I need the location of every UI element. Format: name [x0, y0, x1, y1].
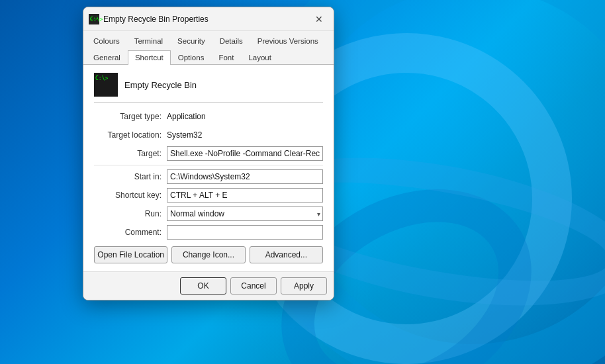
- open-file-location-button[interactable]: Open File Location: [94, 246, 167, 263]
- advanced-button[interactable]: Advanced...: [250, 246, 323, 263]
- target-label: Target:: [94, 149, 167, 158]
- tab-previous-versions[interactable]: Previous Versions: [250, 34, 326, 48]
- dialog-content: Empty Recycle Bin Target type: Applicati…: [83, 65, 334, 271]
- tab-layout[interactable]: Layout: [241, 50, 279, 64]
- start-in-input[interactable]: [167, 169, 323, 184]
- properties-dialog: C:\> Empty Recycle Bin Properties ✕ Colo…: [83, 7, 334, 300]
- apply-button[interactable]: Apply: [281, 277, 327, 295]
- app-header: Empty Recycle Bin: [94, 73, 323, 103]
- comment-row: Comment:: [94, 225, 323, 240]
- dialog-title: Empty Recycle Bin Properties: [103, 15, 310, 24]
- shortcut-key-label: Shortcut key:: [94, 191, 167, 200]
- comment-input[interactable]: [167, 225, 323, 240]
- dialog-footer: OK Cancel Apply: [83, 271, 334, 300]
- target-location-value: System32: [167, 130, 202, 140]
- run-select-wrapper: Normal window Minimized Maximized ▾: [167, 206, 323, 221]
- tab-details[interactable]: Details: [212, 34, 250, 48]
- run-label: Run:: [94, 209, 167, 218]
- tab-options[interactable]: Options: [171, 50, 212, 64]
- target-type-label: Target type:: [94, 112, 167, 121]
- ok-button[interactable]: OK: [180, 277, 226, 295]
- separator-1: [94, 165, 323, 165]
- start-in-row: Start in:: [94, 169, 323, 184]
- cancel-button[interactable]: Cancel: [230, 277, 277, 295]
- close-button[interactable]: ✕: [310, 11, 328, 27]
- titlebar-app-icon: C:\>: [89, 14, 99, 24]
- comment-label: Comment:: [94, 228, 167, 237]
- target-input[interactable]: [167, 146, 323, 161]
- tab-shortcut[interactable]: Shortcut: [128, 50, 171, 65]
- change-icon-button[interactable]: Change Icon...: [171, 246, 245, 263]
- shortcut-key-row: Shortcut key:: [94, 188, 323, 203]
- start-in-label: Start in:: [94, 172, 167, 181]
- tabs-container: Colours Terminal Security Details Previo…: [83, 31, 334, 65]
- run-row: Run: Normal window Minimized Maximized ▾: [94, 206, 323, 221]
- tab-security[interactable]: Security: [170, 34, 212, 48]
- target-type-value: Application: [167, 112, 206, 121]
- target-location-row: Target location: System32: [94, 128, 323, 142]
- target-location-label: Target location:: [94, 130, 167, 140]
- titlebar-icon-text: C:\>: [90, 17, 98, 21]
- titlebar: C:\> Empty Recycle Bin Properties ✕: [83, 7, 334, 31]
- app-icon: [94, 73, 118, 97]
- shortcut-key-input[interactable]: [167, 188, 323, 203]
- app-name: Empty Recycle Bin: [124, 80, 197, 90]
- run-select[interactable]: Normal window Minimized Maximized: [167, 206, 323, 221]
- tab-font[interactable]: Font: [211, 50, 241, 64]
- tab-colours[interactable]: Colours: [86, 34, 127, 48]
- tab-terminal[interactable]: Terminal: [127, 34, 170, 48]
- tabs-row-2: General Shortcut Options Font Layout: [83, 48, 334, 64]
- action-buttons: Open File Location Change Icon... Advanc…: [94, 246, 323, 263]
- tab-general[interactable]: General: [86, 50, 128, 64]
- target-type-row: Target type: Application: [94, 109, 323, 124]
- target-row: Target:: [94, 146, 323, 161]
- tabs-row-1: Colours Terminal Security Details Previo…: [83, 31, 334, 48]
